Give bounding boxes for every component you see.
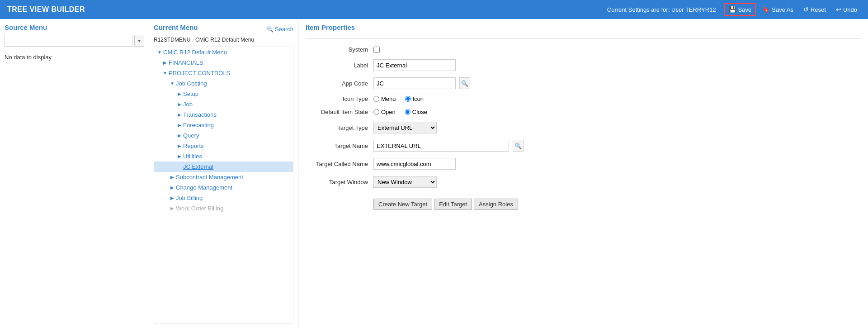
work-order-billing-label: Work Order Billing: [176, 205, 291, 212]
reports-label: Reports: [183, 143, 291, 149]
tree-container: ▼ CMiC R12 Default Menu ▶ FINANCIALS ▼ P…: [154, 47, 293, 323]
tree-item-work-order-billing[interactable]: ▶ Work Order Billing: [154, 203, 293, 214]
source-search-input[interactable]: [5, 35, 132, 47]
reset-icon: ↺: [803, 6, 809, 13]
subcontract-arrow: ▶: [169, 175, 176, 180]
project-controls-label: PROJECT CONTROLS: [169, 70, 291, 76]
forecasting-arrow: ▶: [176, 123, 183, 128]
save-label: Save: [738, 6, 752, 13]
properties-divider: [306, 38, 861, 39]
icon-type-row: Icon Type Menu Icon: [306, 95, 861, 102]
undo-label: Undo: [843, 6, 857, 13]
system-checkbox[interactable]: [373, 47, 380, 53]
item-properties-panel: Item Properties System Label App Code 🔍: [298, 19, 868, 328]
label-field-label: Label: [306, 62, 373, 69]
target-type-label: Target Type: [306, 124, 373, 131]
job-billing-label: Job Billing: [176, 195, 291, 201]
tree-item-query[interactable]: ▶ Query: [154, 130, 293, 141]
default-item-state-row: Default Item State Open Close: [306, 109, 861, 115]
target-name-search-button[interactable]: 🔍: [513, 140, 524, 152]
financials-arrow: ▶: [161, 60, 169, 65]
root-label: CMiC R12 Default Menu: [163, 49, 291, 56]
tree-item-jc-external[interactable]: JC External: [154, 162, 293, 172]
save-as-button[interactable]: 🔖 Save As: [759, 4, 797, 15]
state-close-radio[interactable]: [405, 109, 410, 115]
target-name-row: Target Name 🔍: [306, 140, 861, 152]
state-close-option[interactable]: Close: [405, 109, 427, 115]
target-called-name-row: Target Called Name: [306, 158, 861, 170]
tree-item-job[interactable]: ▶ Job: [154, 99, 293, 109]
change-mgmt-arrow: ▶: [169, 185, 176, 190]
state-open-radio[interactable]: [373, 109, 379, 115]
icon-type-icon-option[interactable]: Icon: [405, 95, 424, 102]
job-arrow: ▶: [176, 102, 183, 107]
query-label: Query: [183, 132, 291, 139]
tree-item-utilities[interactable]: ▶ Utilities: [154, 151, 293, 162]
current-menu-search-button[interactable]: 🔍 Search: [267, 26, 293, 33]
target-name-input[interactable]: [373, 140, 509, 152]
icon-type-label: Icon Type: [306, 95, 373, 102]
system-control: [373, 47, 380, 53]
icon-type-control: Menu Icon: [373, 95, 429, 102]
target-window-control: New Window Same Window: [373, 176, 437, 188]
system-label: System: [306, 46, 373, 53]
undo-button[interactable]: ↩ Undo: [832, 4, 861, 15]
current-menu-subtitle: R12STDMENU - CMiC R12 Default Menu: [154, 37, 293, 43]
create-new-target-button[interactable]: Create New Target: [373, 199, 432, 210]
app-header: TREE VIEW BUILDER Current Settings are f…: [0, 0, 868, 19]
current-menu-title: Current Menu: [154, 24, 198, 31]
tree-item-financials[interactable]: ▶ FINANCIALS: [154, 57, 293, 68]
target-called-name-input[interactable]: [373, 158, 456, 170]
work-order-billing-arrow: ▶: [169, 206, 176, 211]
tree-item-forecasting[interactable]: ▶ Forecasting: [154, 120, 293, 130]
job-costing-label: Job Costing: [176, 80, 291, 87]
icon-type-menu-option[interactable]: Menu: [373, 95, 396, 102]
tree-item-project-controls[interactable]: ▼ PROJECT CONTROLS: [154, 68, 293, 78]
icon-type-menu-radio[interactable]: [373, 96, 379, 102]
label-input[interactable]: [373, 59, 456, 71]
label-control: [373, 59, 456, 71]
reset-label: Reset: [811, 6, 826, 13]
state-close-label: Close: [412, 109, 427, 115]
source-search-dropdown[interactable]: ▼: [134, 35, 144, 47]
utilities-label: Utilities: [183, 153, 291, 160]
root-arrow: ▼: [156, 50, 163, 55]
app-code-label: App Code: [306, 80, 373, 87]
state-open-label: Open: [381, 109, 396, 115]
default-item-state-control: Open Close: [373, 109, 433, 115]
tree-root[interactable]: ▼ CMiC R12 Default Menu: [154, 47, 293, 57]
tree-item-job-billing[interactable]: ▶ Job Billing: [154, 193, 293, 203]
project-controls-arrow: ▼: [161, 71, 169, 76]
tree-item-change-mgmt[interactable]: ▶ Change Management: [154, 182, 293, 193]
no-data-label: No data to display: [5, 54, 144, 61]
tree-item-subcontract[interactable]: ▶ Subcontract Management: [154, 172, 293, 182]
save-button[interactable]: 💾 Save: [724, 3, 756, 16]
main-container: Source Menu ▼ No data to display Current…: [0, 19, 868, 328]
icon-type-icon-radio[interactable]: [405, 96, 411, 102]
properties-title: Item Properties: [306, 24, 861, 31]
app-code-input[interactable]: [373, 77, 456, 89]
reset-button[interactable]: ↺ Reset: [800, 4, 830, 15]
tree-item-setup[interactable]: ▶ Setup: [154, 89, 293, 99]
tree-item-transactions[interactable]: ▶ Transactions: [154, 109, 293, 120]
system-row: System: [306, 46, 861, 53]
target-type-select[interactable]: External URL Internal URL Menu: [373, 122, 437, 133]
app-code-search-icon: 🔍: [461, 80, 468, 87]
search-label: Search: [275, 26, 293, 33]
default-item-state-label: Default Item State: [306, 109, 373, 115]
tree-item-job-costing[interactable]: ▼ Job Costing: [154, 78, 293, 89]
query-arrow: ▶: [176, 133, 183, 138]
app-code-control: 🔍: [373, 77, 470, 89]
target-type-row: Target Type External URL Internal URL Me…: [306, 122, 861, 133]
setup-arrow: ▶: [176, 91, 183, 96]
app-code-search-button[interactable]: 🔍: [459, 77, 470, 89]
target-window-select[interactable]: New Window Same Window: [373, 176, 437, 188]
tree-item-reports[interactable]: ▶ Reports: [154, 141, 293, 151]
assign-roles-button[interactable]: Assign Roles: [474, 199, 518, 210]
subcontract-label: Subcontract Management: [176, 174, 291, 181]
source-search-row: ▼: [5, 35, 144, 47]
target-window-label: Target Window: [306, 179, 373, 185]
edit-target-button[interactable]: Edit Target: [434, 199, 472, 210]
change-mgmt-label: Change Management: [176, 184, 291, 191]
state-open-option[interactable]: Open: [373, 109, 396, 115]
